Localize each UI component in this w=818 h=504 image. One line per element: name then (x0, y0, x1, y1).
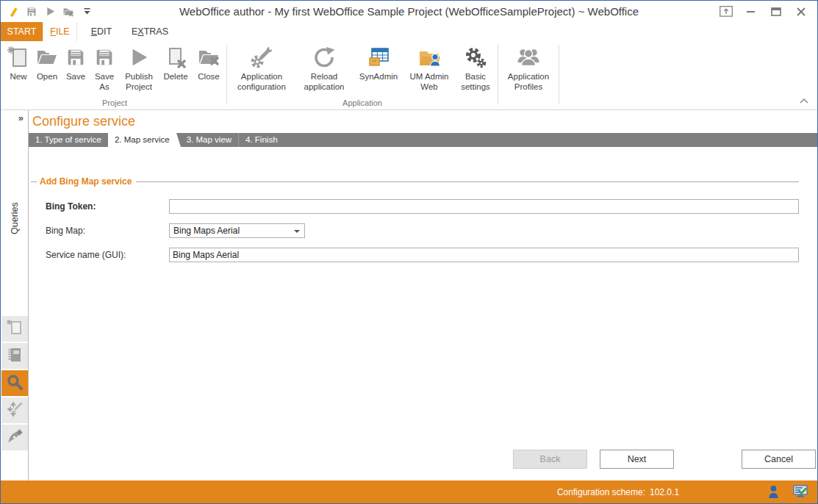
tab-edit[interactable]: EDIT (77, 22, 126, 41)
publish-play-icon (128, 43, 150, 71)
reload-icon (312, 43, 336, 71)
cancel-button[interactable]: Cancel (742, 450, 816, 469)
bing-map-select[interactable]: Bing Maps Aerial (169, 223, 305, 238)
edit-pencil-icon[interactable] (7, 5, 20, 18)
tab-file[interactable]: FILE (43, 22, 77, 41)
status-bar: Configuration scheme: 102.0.1 (1, 480, 817, 503)
ribbon-tab-bar: START FILE EDIT EXTRAS (1, 22, 817, 41)
bing-map-service-section: Add Bing Map service Bing Token: Bing Ma… (31, 176, 799, 262)
title-bar: WebOffice author - My first WebOffice Sa… (1, 1, 817, 22)
left-sidebar: » Queries (1, 110, 29, 480)
save-icon (65, 43, 87, 71)
configuration-scheme-label: Configuration scheme: (557, 487, 645, 497)
delete-button[interactable]: Delete (159, 41, 193, 97)
main-area: » Queries (1, 110, 817, 480)
save-as-icon (93, 43, 115, 71)
wizard-step-3[interactable]: 3. Map view (176, 133, 238, 147)
save-as-button[interactable]: Save As (90, 41, 119, 97)
service-name-input[interactable] (169, 248, 799, 262)
section-title: Add Bing Map service (37, 176, 136, 187)
chevron-down-icon (294, 230, 300, 233)
bing-token-input[interactable] (169, 199, 799, 214)
expand-panel-icon[interactable]: » (18, 112, 24, 123)
bing-map-selected-value: Bing Maps Aerial (173, 226, 240, 236)
folder-user-icon (417, 43, 441, 71)
people-group-icon (517, 43, 540, 71)
ribbon-separator (226, 45, 227, 104)
sidebar-toolbar (1, 316, 28, 450)
back-button[interactable]: Back (513, 450, 587, 469)
pin-up-icon[interactable] (719, 6, 733, 18)
chevron-up-icon[interactable] (800, 93, 808, 107)
tab-start[interactable]: START (1, 22, 43, 41)
next-button[interactable]: Next (600, 450, 674, 469)
configuration-scheme-value: 102.0.1 (650, 487, 679, 497)
bing-token-label: Bing Token: (46, 201, 169, 212)
quick-close-project-icon[interactable] (62, 5, 75, 18)
wizard-step-2[interactable]: 2. Map service (108, 133, 176, 147)
bing-map-label: Bing Map: (46, 226, 169, 236)
minimize-icon[interactable] (744, 6, 758, 18)
delete-document-icon (164, 43, 187, 71)
save-button[interactable]: Save (62, 41, 90, 97)
close-icon[interactable] (794, 6, 808, 18)
ribbon: New Open Save (1, 41, 817, 110)
bing-token-row: Bing Token: (31, 199, 799, 214)
configuration-scheme: Configuration scheme: 102.0.1 (508, 480, 728, 503)
bing-map-row: Bing Map: Bing Maps Aerial (31, 223, 799, 238)
application-profiles-button[interactable]: Application Profiles (500, 41, 557, 97)
sidebar-item-pen[interactable] (1, 425, 28, 450)
service-name-label: Service name (GUI): (46, 250, 169, 260)
queries-panel-tab[interactable]: Queries (1, 192, 29, 244)
new-query-icon (6, 319, 24, 339)
section-legend: Add Bing Map service (31, 176, 799, 187)
wizard-step-4[interactable]: 4. Finish (238, 133, 284, 147)
move-edit-arrows-icon (6, 400, 24, 421)
ribbon-group-profiles: Application Profiles (500, 41, 557, 109)
wizard-step-1[interactable]: 1. Type of service (29, 133, 108, 147)
basic-settings-button[interactable]: Basic settings (455, 41, 496, 97)
wizard-content: Configure service 1. Type of service 2. … (29, 110, 817, 480)
service-name-row: Service name (GUI): (31, 248, 799, 262)
window-controls (719, 6, 817, 18)
notebook-icon (6, 346, 24, 367)
application-configuration-button[interactable]: Application configuration (229, 41, 295, 97)
ribbon-separator (498, 45, 498, 104)
gear-wrench-icon (250, 43, 273, 71)
window-title: WebOffice author - My first WebOffice Sa… (1, 5, 817, 18)
user-icon[interactable] (768, 485, 779, 502)
um-admin-web-button[interactable]: UM Admin Web (403, 41, 455, 97)
synadmin-button[interactable]: SynAdmin (354, 41, 403, 97)
quick-access-toolbar (1, 5, 93, 18)
publish-project-button[interactable]: Publish Project (119, 41, 159, 97)
pen-icon (6, 428, 24, 448)
system-status-icon[interactable] (793, 485, 808, 501)
sidebar-item-search[interactable] (1, 370, 28, 396)
ribbon-group-label-project: Project (4, 98, 225, 109)
search-icon (6, 373, 24, 394)
gears-icon (464, 43, 487, 71)
new-document-icon (7, 43, 30, 71)
open-button[interactable]: Open (32, 41, 62, 97)
ribbon-group-label-application: Application (229, 98, 496, 109)
open-folder-icon (35, 43, 59, 71)
synadmin-table-icon (367, 43, 390, 71)
wizard-step-bar: 1. Type of service 2. Map service 3. Map… (29, 133, 817, 147)
quick-save-icon[interactable] (25, 5, 38, 18)
close-button[interactable]: Close (193, 41, 225, 97)
sidebar-item-move-edit[interactable] (1, 397, 28, 423)
sidebar-item-notebook[interactable] (1, 343, 28, 369)
reload-application-button[interactable]: Reload application (295, 41, 354, 97)
maximize-icon[interactable] (769, 6, 783, 18)
ribbon-group-project: New Open Save (4, 41, 225, 109)
sidebar-item-new-query[interactable] (1, 316, 28, 342)
tab-extras[interactable]: EXTRAS (126, 22, 174, 41)
page-title: Configure service (29, 110, 817, 129)
customize-dropdown-icon[interactable] (80, 5, 93, 18)
app-window: WebOffice author - My first WebOffice Sa… (0, 0, 818, 504)
new-button[interactable]: New (4, 41, 32, 97)
ribbon-separator (559, 45, 559, 104)
close-folder-icon (197, 43, 220, 71)
quick-publish-icon[interactable] (43, 5, 57, 18)
ribbon-group-application: Application configuration Reload applica… (229, 41, 496, 109)
